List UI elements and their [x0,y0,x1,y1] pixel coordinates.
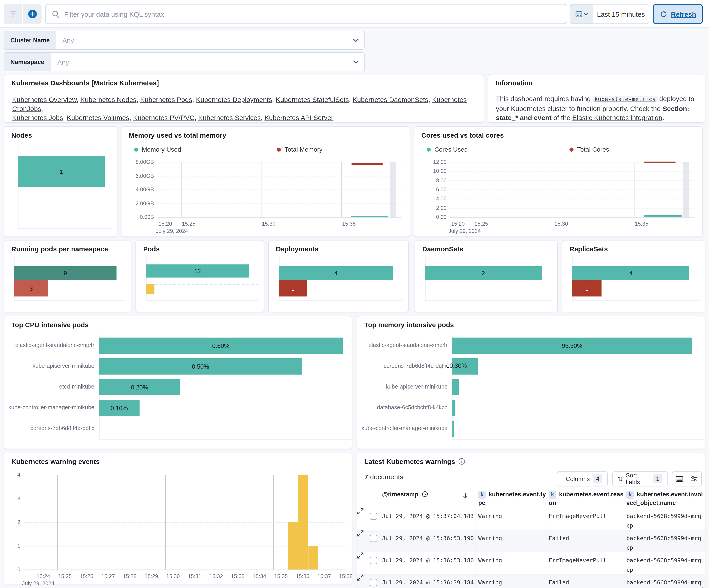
row-checkbox[interactable] [370,579,377,586]
namespace-filter[interactable]: Namespace Any [4,52,365,71]
columns-button[interactable]: Columns 4 [557,471,608,486]
panel-title-text: Latest Kubernetes warnings [364,457,455,465]
column-header-involved-object[interactable]: kkubernetes.event.involved_object.name [626,490,703,507]
y-axis-label: 0 [4,566,20,573]
cluster-name-value: Any [56,31,353,49]
y-axis-label: 0.00B [122,214,154,220]
calendar-icon [575,10,582,18]
column-divider [380,552,380,574]
bar-value-label: 10.30% [446,362,467,369]
gridline [158,203,401,204]
info-text: This dashboard requires having [496,95,593,103]
dashboard-link[interactable]: Kubernetes Services [198,114,261,121]
display-options-button[interactable] [687,472,701,486]
x-axis-label: 15:27 [101,573,115,580]
x-axis-line [18,228,112,229]
replicasets-chart: 41 [562,241,705,312]
calendar-button[interactable] [570,4,593,24]
category-label: coredns-7db6d8ff4d-dqflx [357,363,448,369]
filter-menu-button[interactable] [4,4,22,24]
running-pods-bar: 9 [14,266,116,280]
panel-daemonsets: DaemonSets 2 [415,240,558,312]
column-header-timestamp[interactable]: @timestamp [382,490,475,499]
gridline [474,162,474,217]
x-axis-label: 15:25 [475,221,488,227]
dashboard-link[interactable]: Kubernetes StatefulSets [276,96,349,103]
x-axis-label: 15:30 [166,573,180,580]
y-axis-label: 2.00GB [122,200,154,206]
top-memory-bar [452,400,454,416]
row-checkbox[interactable] [370,535,377,542]
filter-controls [4,4,42,24]
x-axis-label: 15:32 [209,573,223,580]
chevron-down-icon [353,38,359,42]
warning-events-bar [288,522,297,569]
elastic-kubernetes-integration-link[interactable]: Elastic Kubernetes integration [572,114,662,121]
panel-warning-events: Kubernetes warning events 4321015:2415:2… [4,453,352,584]
column-header-event-reason[interactable]: kkubernetes.event.reason [549,490,625,507]
dashboard-link[interactable]: Kubernetes API Server [264,114,333,121]
cell-event-type: Warning [478,556,546,565]
daemonsets-bar: 2 [425,266,542,280]
search-placeholder: Filter your data using KQL syntax [64,10,164,18]
query-toolbar: Filter your data using KQL syntax Last 1… [0,0,709,28]
panel-information: Information This dashboard requires havi… [488,74,705,123]
filter-icon [9,11,17,17]
gridline [341,162,342,217]
cell-event-type: Warning [478,533,546,543]
add-filter-button[interactable] [23,4,42,24]
cluster-name-filter[interactable]: Cluster Name Any [4,31,365,50]
time-range-value[interactable]: Last 15 minutes [593,4,649,24]
sort-fields-button[interactable]: Sort fields 1 [612,471,668,486]
date-label: July 29, 2024 [448,228,481,234]
info-icon[interactable] [458,458,465,465]
kql-search-input[interactable]: Filter your data using KQL syntax [45,4,567,24]
dashboard-link[interactable]: Kubernetes Jobs [12,114,63,121]
kube-state-metrics-link[interactable]: kube-state-metrics [593,96,658,103]
cell-timestamp: Jul 29, 2024 @ 15:36:39.184 [382,578,475,587]
dashboard-link[interactable]: Kubernetes Pods [140,96,192,103]
cell-involved-object: backend-5668c5999d-mrqcp [626,533,703,552]
dashboard-link[interactable]: Kubernetes Nodes [80,96,137,103]
x-axis-label: 15:26 [80,573,93,580]
dashboard-link[interactable]: Kubernetes Deployments [196,96,272,103]
dashboard-link[interactable]: Kubernetes DaemonSets [353,96,428,103]
y-axis-label: 10.00 [414,168,447,174]
running-pods-bar: 3 [14,280,48,297]
cell-event-type: Warning [478,511,546,521]
document-count-number: 7 [364,473,368,481]
dashboard-link[interactable]: Kubernetes Volumes [67,114,129,121]
row-checkbox[interactable] [370,513,377,520]
sort-fields-label: Sort fields [626,472,650,485]
series-line-total-memory [351,163,383,165]
x-axis-label: 15:35 [635,221,648,227]
row-checkbox[interactable] [370,557,377,564]
date-picker: Last 15 minutes [570,4,649,24]
top-memory-bar: 95.30% [452,338,692,354]
y-axis-label: 4.00GB [122,186,154,193]
gridline [634,162,634,217]
column-header-event-type[interactable]: kkubernetes.event.type [478,490,547,507]
partial-bucket-band [683,162,689,217]
keyword-field-icon: k [549,491,556,499]
x-axis-line [450,217,694,218]
gridline [158,162,401,163]
pods-bar: 12 [146,264,249,278]
sort-descending-icon[interactable] [462,492,469,499]
fullscreen-button[interactable] [673,472,687,486]
warning-events-bar [309,546,319,569]
refresh-label: Refresh [671,10,696,18]
column-divider [475,530,476,552]
namespace-label: Namespace [4,53,51,71]
x-axis-label: 15:35 [274,573,288,580]
dashboard-link[interactable]: Kubernetes PV/PVC [133,114,194,121]
cell-event-reason: ErrImageNeverPull [549,511,625,521]
date-label: July 29, 2024 [22,580,54,587]
resize-handle[interactable] [698,585,704,588]
table-row: Jul 29, 2024 @ 15:36:53.180WarningErrIma… [357,552,705,575]
cores-chart: 12.0010.008.006.004.002.000.0015:2015:25… [414,127,702,236]
dashboard-link[interactable]: Kubernetes Overview [12,96,77,103]
cell-timestamp: Jul 29, 2024 @ 15:36:53.190 [382,533,475,543]
x-axis-label: 15:29 [145,573,158,580]
refresh-button[interactable]: Refresh [653,4,703,24]
